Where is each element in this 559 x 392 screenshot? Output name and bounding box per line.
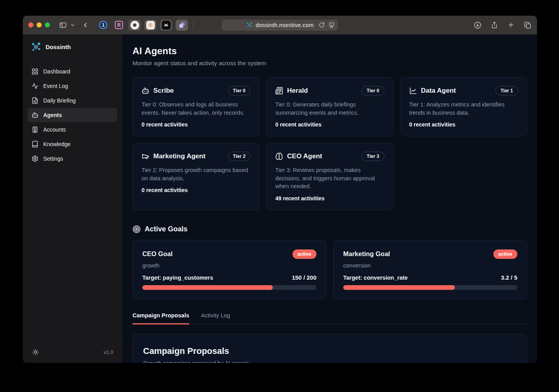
- sidebar-item-label: Agents: [43, 112, 62, 118]
- address-bar[interactable]: dossinth.monitive.com: [222, 20, 338, 31]
- progress-fill: [343, 285, 455, 290]
- minimize-window-button[interactable]: [37, 22, 42, 27]
- building-icon: [31, 126, 39, 133]
- line-chart-icon: [409, 87, 417, 95]
- progress-fill: [142, 285, 273, 290]
- agent-description: Tier 1: Analyzes metrics and identifies …: [409, 101, 518, 117]
- gpt-extension-icon[interactable]: ✺: [129, 20, 141, 31]
- sidebar-footer: v1.0: [23, 341, 122, 363]
- agent-name: Data Agent: [421, 87, 492, 95]
- bot-icon: [31, 112, 39, 119]
- agent-card-scribe: Scribe Tier 0 Tier 0: Observes and logs …: [132, 77, 259, 136]
- page-title: AI Agents: [132, 46, 527, 57]
- chevron-down-icon[interactable]: [70, 23, 75, 27]
- sidebar-item-label: Daily Briefing: [43, 97, 75, 104]
- agent-name: CEO Agent: [287, 152, 358, 160]
- sidebar-item-knowledge[interactable]: Knowledge: [28, 137, 117, 151]
- agent-name: Herald: [287, 87, 358, 95]
- goal-target-label: Target: conversion_rate: [343, 275, 408, 281]
- r-extension-icon[interactable]: R: [113, 20, 125, 31]
- sidebar-item-event-log[interactable]: Event Log: [28, 79, 117, 93]
- tier-badge: Tier 0: [362, 86, 384, 95]
- goal-target-label: Target: paying_customers: [142, 275, 213, 281]
- agent-activity-count: 0 recent activities: [142, 187, 250, 193]
- downloads-icon[interactable]: [474, 21, 482, 29]
- book-icon: [31, 141, 39, 148]
- agent-card-herald: Herald Tier 0 Tier 0: Generates daily br…: [266, 77, 393, 136]
- browser-window: 1 R ✺ ❊ dossinth.monitive.com: [23, 16, 537, 363]
- goal-progress-text: 150 / 200: [292, 274, 316, 281]
- section-title: Active Goals: [145, 225, 188, 233]
- agent-description: Tier 2: Proposes growth campaigns based …: [142, 166, 250, 182]
- sidebar-item-daily-briefing[interactable]: Daily Briefing: [28, 93, 117, 108]
- agent-activity-count: 0 recent activities: [142, 121, 250, 128]
- new-tab-icon[interactable]: [507, 21, 515, 29]
- file-text-icon: [31, 97, 39, 104]
- brand: Dossinth: [23, 35, 122, 60]
- sidebar-item-agents[interactable]: Agents: [28, 108, 117, 122]
- share-icon[interactable]: [491, 21, 498, 29]
- tab-bar: Campaign Proposals Activity Log: [132, 312, 527, 324]
- active-goals-header: Active Goals: [132, 225, 527, 233]
- status-badge: active: [292, 249, 316, 259]
- progress-bar: [142, 285, 316, 290]
- activity-pulse-icon: [31, 82, 39, 90]
- tier-badge: Tier 2: [228, 152, 251, 161]
- sidebar-item-settings[interactable]: Settings: [28, 152, 117, 166]
- agent-description: Tier 3: Reviews proposals, makes decisio…: [275, 166, 384, 191]
- sidebar-item-label: Accounts: [43, 126, 66, 133]
- target-icon: [132, 225, 141, 233]
- agent-activity-count: 0 recent activities: [409, 121, 518, 128]
- browser-titlebar: 1 R ✺ ❊ dossinth.monitive.com: [23, 16, 537, 35]
- site-favicon: [246, 22, 253, 28]
- brand-name: Dossinth: [46, 44, 71, 50]
- back-button[interactable]: [82, 22, 89, 29]
- sidebar-toggle-icon[interactable]: [59, 21, 67, 29]
- brand-logo-icon: [31, 42, 41, 52]
- tier-badge: Tier 1: [495, 86, 518, 95]
- agent-description: Tier 0: Observes and logs all business e…: [142, 101, 250, 117]
- tab-activity-log[interactable]: Activity Log: [201, 312, 230, 324]
- agent-grid: Scribe Tier 0 Tier 0: Observes and logs …: [132, 77, 527, 210]
- sidebar-item-label: Knowledge: [43, 141, 70, 147]
- tier-badge: Tier 3: [362, 152, 384, 161]
- goal-category: conversion: [343, 262, 517, 269]
- goal-category: growth: [142, 262, 316, 269]
- progress-bar: [343, 285, 517, 290]
- close-window-button[interactable]: [28, 22, 33, 27]
- megaphone-icon: [142, 152, 149, 160]
- agent-activity-count: 49 recent activities: [275, 195, 384, 201]
- agent-activity-count: 0 recent activities: [275, 121, 384, 128]
- sidebar-item-label: Event Log: [43, 83, 68, 89]
- proposals-title: Campaign Proposals: [143, 346, 517, 356]
- sidebar-item-dashboard[interactable]: Dashboard: [28, 64, 117, 79]
- tier-badge: Tier 0: [228, 86, 251, 95]
- bug-extension-icon[interactable]: [160, 20, 172, 31]
- goal-name: CEO Goal: [142, 250, 173, 258]
- layers-extension-icon[interactable]: [176, 20, 188, 31]
- reload-icon[interactable]: [319, 22, 325, 28]
- goal-grid: CEO Goal active growth Target: paying_cu…: [132, 240, 527, 299]
- theme-toggle-sun-icon[interactable]: [32, 349, 39, 355]
- claude-extension-icon[interactable]: ❊: [144, 20, 156, 31]
- toolbar-divider: [193, 21, 193, 29]
- sidebar-item-accounts[interactable]: Accounts: [28, 123, 117, 137]
- agent-card-ceo-agent: CEO Agent Tier 3 Tier 3: Reviews proposa…: [266, 143, 393, 210]
- campaign-proposals-panel: Campaign Proposals Growth campaigns prop…: [132, 334, 527, 363]
- newspaper-icon: [275, 87, 283, 95]
- goal-card-marketing: Marketing Goal active conversion Target:…: [333, 240, 527, 299]
- agent-card-data-agent: Data Agent Tier 1 Tier 1: Analyzes metri…: [400, 77, 527, 136]
- gear-icon: [31, 155, 39, 162]
- page-subtitle: Monitor agent status and activity across…: [132, 60, 527, 66]
- status-badge: active: [493, 249, 517, 259]
- goal-progress-text: 3.2 / 5: [501, 274, 517, 281]
- proposals-subtitle: Growth campaigns proposed by AI agents: [143, 360, 517, 363]
- traffic-lights: [28, 22, 50, 27]
- version-label: v1.0: [103, 349, 113, 355]
- reader-mode-icon[interactable]: [328, 22, 335, 28]
- tab-campaign-proposals[interactable]: Campaign Proposals: [132, 312, 189, 324]
- sidebar-nav: Dashboard Event Log Daily Briefing Agent…: [23, 60, 122, 170]
- tab-overview-icon[interactable]: [524, 21, 531, 29]
- zoom-window-button[interactable]: [45, 22, 50, 27]
- password-manager-extension-icon[interactable]: 1: [97, 20, 109, 31]
